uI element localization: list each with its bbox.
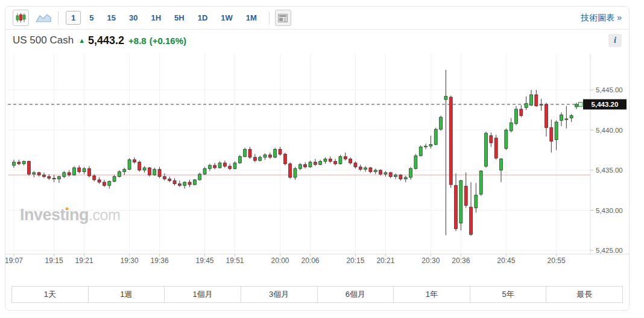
candle-body <box>118 172 121 177</box>
area-chart-type-button[interactable] <box>34 10 52 26</box>
candle-body <box>52 178 55 179</box>
candle-body <box>33 173 36 174</box>
candle-body <box>339 156 342 164</box>
timeframe-30[interactable]: 30 <box>124 11 142 24</box>
timeframe-1h[interactable]: 1H <box>146 11 166 24</box>
candle-body <box>57 177 60 179</box>
candle-body <box>244 149 247 156</box>
candle-body <box>485 133 488 167</box>
candle-body <box>575 104 578 107</box>
candle-body <box>103 182 106 185</box>
candle-body <box>238 156 241 163</box>
candle-body <box>570 116 573 118</box>
candle-body <box>389 173 392 177</box>
candle-body <box>193 180 196 185</box>
candlestick-chart-type-button[interactable] <box>13 10 29 26</box>
candle-body <box>374 170 377 172</box>
x-axis-label: 20:21 <box>376 256 394 265</box>
candle-body <box>479 171 482 194</box>
candle-body <box>87 168 90 176</box>
chevron-right-icon: » <box>617 13 622 22</box>
candle-body <box>449 97 452 185</box>
candle-body <box>359 167 362 170</box>
candle-body <box>535 95 538 106</box>
price-change: +8.8 <box>128 36 147 46</box>
candlestick-icon <box>16 13 26 23</box>
x-axis-label: 20:36 <box>452 256 470 265</box>
up-arrow-icon: ▲ <box>78 37 85 44</box>
x-axis-label: 19:51 <box>226 256 244 265</box>
chart-toolbar: 1515301H5H1D1W1M 技術圖表 » <box>5 7 629 30</box>
news-panel-button[interactable] <box>275 10 291 26</box>
candle-body <box>48 177 51 179</box>
chart-plot-area[interactable]: 5,445.005,440.005,435.005,430.005,425.00… <box>5 50 629 270</box>
timeframe-15[interactable]: 15 <box>102 11 120 24</box>
candle-body <box>464 186 467 206</box>
candle-body <box>253 157 256 161</box>
candle-body <box>248 149 251 157</box>
candle-body <box>520 109 523 116</box>
range-1天[interactable]: 1天 <box>11 286 89 303</box>
technical-chart-link-label: 技術圖表 <box>581 13 614 22</box>
range-6個月[interactable]: 6個月 <box>317 286 394 303</box>
range-1個月[interactable]: 1個月 <box>164 286 241 303</box>
candle-body <box>298 165 301 169</box>
timeframe-1d[interactable]: 1D <box>193 11 213 24</box>
candle-body <box>218 163 221 168</box>
candle-body <box>409 168 412 177</box>
candle-body <box>500 159 503 170</box>
x-axis-label: 19:15 <box>45 256 63 265</box>
candle-body <box>42 175 45 177</box>
technical-chart-link[interactable]: 技術圖表 » <box>581 13 622 24</box>
timeframe-5[interactable]: 5 <box>84 11 98 24</box>
candle-body <box>158 170 161 177</box>
x-axis-label: 19:21 <box>75 256 93 265</box>
candle-body <box>143 168 146 170</box>
candle-body <box>455 185 458 229</box>
timeframe-1w[interactable]: 1W <box>216 11 238 24</box>
candle-body <box>404 177 407 179</box>
candle-body <box>525 104 528 108</box>
candle-body <box>440 117 443 129</box>
instrument-name: US 500 Cash <box>13 34 74 46</box>
timeframe-1[interactable]: 1 <box>66 11 81 25</box>
candle-body <box>399 175 402 179</box>
range-3個月[interactable]: 3個月 <box>241 286 318 303</box>
timeframe-1m[interactable]: 1M <box>241 11 262 24</box>
x-axis-label: 20:15 <box>346 256 364 265</box>
candle-body <box>108 182 111 186</box>
candle-body <box>22 161 25 164</box>
candle-body <box>319 161 322 164</box>
range-1週[interactable]: 1週 <box>88 286 165 303</box>
candle-body <box>349 159 352 163</box>
candle-body <box>27 161 30 174</box>
range-最長[interactable]: 最長 <box>546 286 623 303</box>
candle-body <box>37 173 40 175</box>
candle-body <box>259 157 262 161</box>
x-axis-label: 19:36 <box>151 256 169 265</box>
chart-widget: 1515301H5H1D1W1M 技術圖表 » US 500 Cash ▲ 5,… <box>5 6 630 311</box>
candle-body <box>208 165 211 168</box>
info-button[interactable]: i <box>608 34 622 47</box>
candle-body <box>233 163 236 168</box>
y-axis-label: 5,440.00 <box>596 127 623 134</box>
range-1年[interactable]: 1年 <box>393 286 470 303</box>
candle-body <box>505 130 508 149</box>
candle-body <box>515 109 518 124</box>
timeframe-5h[interactable]: 5H <box>169 11 189 24</box>
candle-body <box>384 173 387 174</box>
x-axis-label: 19:07 <box>5 256 23 265</box>
candle-body <box>565 119 568 119</box>
candle-body <box>334 161 337 164</box>
candle-body <box>68 173 71 175</box>
candle-body <box>188 182 191 185</box>
candlestick-chart[interactable]: 5,445.005,440.005,435.005,430.005,425.00… <box>5 50 629 269</box>
candle-body <box>203 168 206 174</box>
candle-body <box>429 144 432 146</box>
y-axis-label: 5,430.00 <box>596 207 623 214</box>
candle-body <box>369 168 372 172</box>
y-axis-label: 5,425.00 <box>596 247 623 254</box>
candle-body <box>264 155 267 157</box>
candle-body <box>163 177 166 179</box>
range-5年[interactable]: 5年 <box>470 286 547 303</box>
